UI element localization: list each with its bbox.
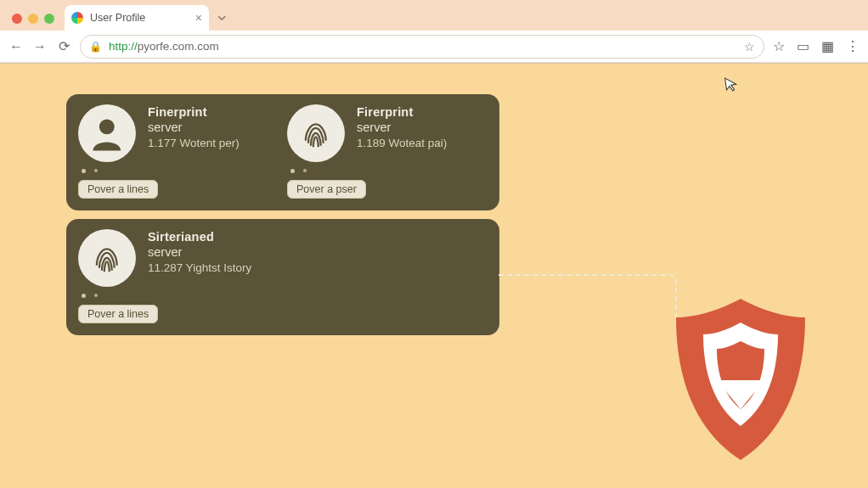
apps-grid-icon[interactable]: ▦: [821, 38, 834, 54]
entry-subtitle: server: [357, 120, 447, 135]
page-content: Finerprint server 1.177 Wotent per) Pove…: [0, 64, 868, 488]
card-list: Finerprint server 1.177 Wotent per) Pove…: [66, 94, 499, 335]
reload-icon[interactable]: ⟳: [56, 38, 71, 54]
status-dots: [78, 169, 265, 173]
shield-icon: [664, 294, 817, 463]
entry-title: Finerprint: [148, 104, 240, 120]
cast-icon[interactable]: ▭: [797, 38, 809, 54]
url-protocol: http://: [109, 40, 138, 53]
entry-subtitle: server: [148, 244, 251, 260]
bookmark-star-icon[interactable]: ☆: [744, 40, 755, 53]
address-bar[interactable]: 🔒 http://pyorfe.com.com ☆: [80, 35, 764, 59]
svg-point-0: [99, 120, 115, 135]
power-button[interactable]: Pover a pser: [287, 180, 366, 199]
person-icon: [78, 104, 136, 162]
browser-tab[interactable]: User Profile ×: [65, 5, 209, 31]
entry-title: Firerprint: [357, 104, 447, 120]
entry-title: Sirterianed: [148, 229, 251, 244]
entry-subtitle: server: [148, 120, 240, 135]
close-icon[interactable]: ×: [195, 12, 202, 24]
server-entry: Finerprint server 1.177 Wotent per) Pove…: [78, 104, 265, 199]
url-text: http://pyorfe.com.com: [109, 40, 219, 53]
server-entry: Sirterianed server 11.287 Yightst Istory…: [78, 229, 265, 323]
window-minimize-icon[interactable]: [28, 14, 38, 24]
status-dots: [287, 169, 474, 173]
tab-title: User Profile: [90, 12, 145, 24]
kebab-menu-icon[interactable]: ⋮: [846, 38, 860, 54]
lock-icon: 🔒: [89, 41, 102, 53]
toolbar-right: ☆ ▭ ▦ ⋮: [773, 38, 860, 54]
window-close-icon[interactable]: [12, 14, 22, 24]
entry-meta: 11.287 Yightst Istory: [148, 261, 251, 276]
window-zoom-icon[interactable]: [44, 14, 54, 24]
server-card: Finerprint server 1.177 Wotent per) Pove…: [66, 94, 499, 210]
url-host: pyorfe.com.com: [138, 40, 219, 53]
status-dots: [78, 294, 265, 298]
back-icon[interactable]: ←: [8, 39, 24, 54]
connector-line: [499, 274, 677, 325]
fingerprint-icon: [287, 104, 345, 162]
server-card: Sirterianed server 11.287 Yightst Istory…: [66, 219, 499, 335]
new-tab-icon[interactable]: ⌄: [214, 3, 229, 31]
server-entry: Firerprint server 1.189 Woteat pai) Pove…: [287, 104, 474, 199]
forward-icon[interactable]: →: [32, 39, 48, 54]
tab-bar: User Profile × ⌄: [0, 0, 868, 31]
favicon-icon: [71, 12, 83, 24]
entry-meta: 1.177 Wotent per): [148, 137, 240, 151]
cursor-icon: [722, 75, 741, 98]
window-controls: [8, 14, 59, 31]
fingerprint-icon: [78, 229, 136, 287]
entry-meta: 1.189 Woteat pai): [357, 137, 447, 151]
power-button[interactable]: Pover a lines: [78, 180, 158, 199]
toolbar: ← → ⟳ 🔒 http://pyorfe.com.com ☆ ☆ ▭ ▦ ⋮: [0, 31, 868, 63]
star-outline-icon[interactable]: ☆: [773, 38, 785, 54]
power-button[interactable]: Pover a lines: [78, 305, 158, 323]
browser-chrome: User Profile × ⌄ ← → ⟳ 🔒 http://pyorfe.c…: [0, 0, 868, 64]
